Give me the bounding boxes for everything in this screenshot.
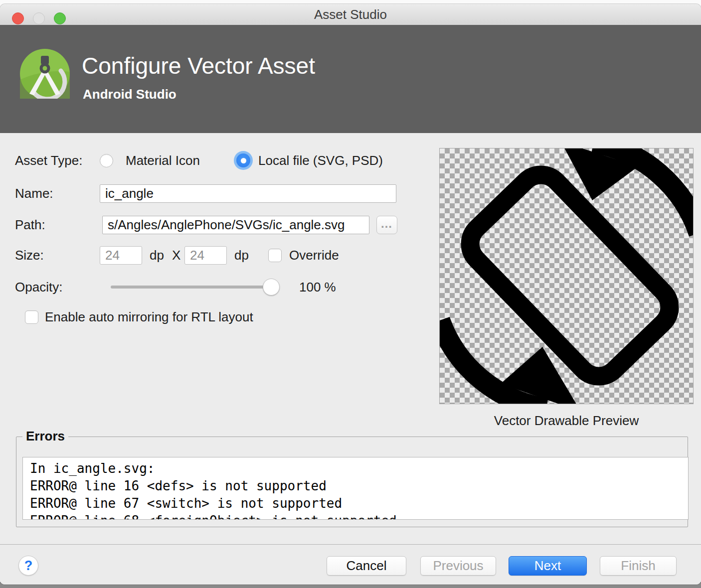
error-line: In ic_angle.svg: [30, 460, 688, 477]
preview-caption: Vector Drawable Preview [439, 413, 694, 429]
error-line: ERROR@ line 67 <switch> is not supported [30, 495, 688, 512]
override-label[interactable]: Override [289, 248, 339, 263]
footer-bar: ? Cancel Previous Next Finish [0, 545, 701, 585]
header-banner: Configure Vector Asset Android Studio [0, 25, 701, 133]
radio-material-icon[interactable] [100, 154, 113, 167]
size-height-input[interactable] [184, 246, 227, 265]
window-title: Asset Studio [0, 4, 701, 25]
errors-viewport[interactable]: In ic_angle.svg: ERROR@ line 16 <defs> i… [22, 457, 689, 520]
opacity-value: 100 % [299, 280, 336, 294]
error-line: ERROR@ line 16 <defs> is not supported [30, 477, 688, 495]
override-checkbox[interactable] [268, 249, 282, 262]
asset-type-label: Asset Type: [15, 153, 82, 168]
asset-studio-dialog: Asset Studio Configure Vector Asset Andr… [0, 4, 701, 585]
android-studio-logo-icon [20, 49, 70, 99]
size-width-input[interactable] [100, 246, 142, 265]
rtl-checkbox[interactable] [25, 310, 38, 324]
path-input[interactable] [102, 216, 369, 234]
radio-local-file-label[interactable]: Local file (SVG, PSD) [258, 153, 383, 168]
path-label: Path: [15, 217, 45, 232]
dialog-title: Configure Vector Asset [82, 52, 315, 79]
name-input[interactable] [100, 184, 396, 203]
opacity-label: Opacity: [15, 280, 62, 294]
dialog-subtitle: Android Studio [83, 87, 176, 102]
errors-fieldset: Errors In ic_angle.svg: ERROR@ line 16 <… [16, 437, 688, 527]
help-button[interactable]: ? [18, 556, 38, 576]
screen-rotation-icon [440, 148, 694, 404]
name-label: Name: [15, 186, 53, 201]
radio-local-file[interactable] [234, 151, 253, 170]
previous-button[interactable]: Previous [420, 556, 496, 576]
browse-button[interactable]: … [376, 216, 397, 234]
size-label: Size: [15, 248, 44, 263]
opacity-slider-track[interactable] [111, 286, 279, 289]
opacity-slider-thumb[interactable] [263, 279, 280, 295]
size-unit-label: dp [150, 248, 164, 263]
next-button[interactable]: Next [509, 556, 587, 576]
vector-drawable-preview [439, 148, 694, 404]
radio-local-file-dot [241, 158, 246, 163]
radio-material-icon-label[interactable]: Material Icon [126, 153, 200, 168]
size-separator-label: X [172, 248, 180, 263]
size-unit2-label: dp [234, 248, 249, 263]
error-line: ERROR@ line 68 <foreignObject> is not su… [30, 512, 688, 520]
rtl-label[interactable]: Enable auto mirroring for RTL layout [45, 309, 253, 324]
errors-legend: Errors [22, 429, 68, 444]
cancel-button[interactable]: Cancel [327, 556, 406, 576]
titlebar[interactable]: Asset Studio [0, 4, 701, 25]
finish-button[interactable]: Finish [600, 556, 677, 576]
